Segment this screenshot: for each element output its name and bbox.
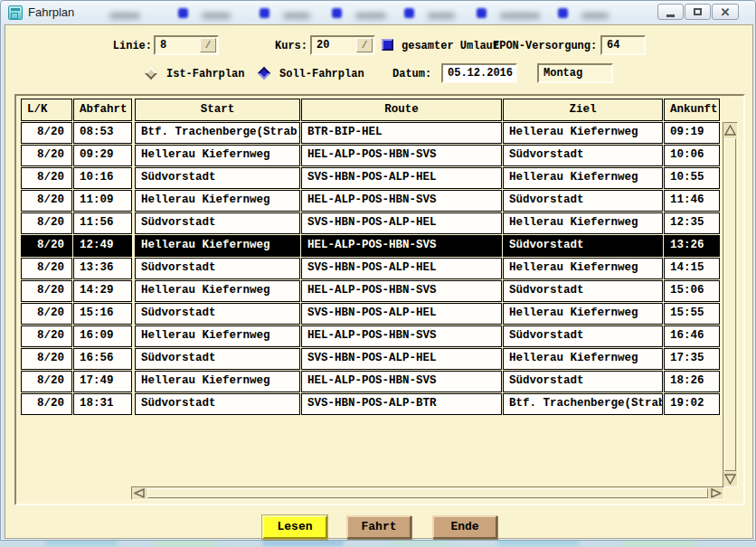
scroll-right-button[interactable] xyxy=(709,487,723,499)
table-cell[interactable]: 11:46 xyxy=(664,190,720,212)
table-cell[interactable]: Hellerau Kiefernweg xyxy=(503,212,663,234)
table-cell[interactable]: 11:09 xyxy=(73,190,132,212)
table-cell[interactable]: 10:16 xyxy=(73,167,132,189)
table-cell[interactable]: 16:56 xyxy=(73,348,132,370)
maximize-button[interactable] xyxy=(685,4,711,20)
table-cell[interactable]: Südvorstadt xyxy=(135,167,300,189)
table-cell[interactable]: 15:06 xyxy=(664,280,720,302)
table-cell[interactable]: 8/20 xyxy=(21,212,72,234)
table-cell[interactable]: SVS-HBN-POS-ALP-HEL xyxy=(301,348,502,370)
table-cell[interactable]: 14:15 xyxy=(664,258,720,279)
fahrt-button[interactable]: Fahrt xyxy=(346,515,411,539)
soll-fahrplan-radio[interactable] xyxy=(258,67,270,80)
table-cell[interactable]: Südvorstadt xyxy=(135,393,300,415)
table-cell[interactable]: 17:49 xyxy=(73,371,132,392)
table-cell[interactable]: 16:09 xyxy=(73,325,132,347)
table-row[interactable]: 8/2008:53Btf. Trachenberge(Strab)BTR-BIP… xyxy=(21,122,720,144)
table-cell[interactable]: 8/20 xyxy=(21,122,72,144)
table-cell[interactable]: Südvorstadt xyxy=(503,325,663,347)
table-row[interactable]: 8/2012:49Hellerau KiefernwegHEL-ALP-POS-… xyxy=(21,235,720,257)
table-cell[interactable]: Südvorstadt xyxy=(503,235,663,257)
table-cell[interactable]: 11:56 xyxy=(73,212,132,234)
table-row[interactable]: 8/2011:56SüdvorstadtSVS-HBN-POS-ALP-HELH… xyxy=(21,212,720,234)
kurs-spin-button[interactable]: / xyxy=(356,38,373,52)
table-row[interactable]: 8/2016:56SüdvorstadtSVS-HBN-POS-ALP-HELH… xyxy=(21,348,720,370)
table-cell[interactable]: 09:19 xyxy=(664,122,720,144)
table-row[interactable]: 8/2017:49Hellerau KiefernwegHEL-ALP-POS-… xyxy=(21,371,720,392)
horizontal-scrollbar[interactable] xyxy=(131,486,724,500)
table-cell[interactable]: Hellerau Kiefernweg xyxy=(503,122,663,144)
table-cell[interactable]: Südvorstadt xyxy=(135,348,300,370)
table-cell[interactable]: 8/20 xyxy=(21,348,72,370)
table-cell[interactable]: SVS-HBN-POS-ALP-HEL xyxy=(301,258,502,279)
ende-button[interactable]: Ende xyxy=(432,515,497,539)
close-button[interactable]: ✕ xyxy=(712,4,739,20)
table-cell[interactable]: 18:31 xyxy=(73,393,132,415)
minimize-button[interactable] xyxy=(657,4,684,20)
table-cell[interactable]: Südvorstadt xyxy=(503,371,663,392)
table-cell[interactable]: BTR-BIP-HEL xyxy=(301,122,502,144)
table-cell[interactable]: HEL-ALP-POS-HBN-SVS xyxy=(301,190,502,212)
table-cell[interactable]: 09:29 xyxy=(73,145,132,166)
table-cell[interactable]: Südvorstadt xyxy=(503,190,663,212)
table-cell[interactable]: 12:49 xyxy=(73,235,132,257)
scroll-left-button[interactable] xyxy=(132,487,146,499)
table-cell[interactable]: Südvorstadt xyxy=(503,145,663,166)
table-cell[interactable]: Hellerau Kiefernweg xyxy=(503,167,663,189)
scroll-up-button[interactable] xyxy=(723,123,737,137)
table-cell[interactable]: 8/20 xyxy=(21,145,72,166)
table-cell[interactable]: 12:35 xyxy=(664,212,720,234)
table-cell[interactable]: Südvorstadt xyxy=(135,212,300,234)
vertical-scrollbar[interactable] xyxy=(723,122,738,487)
table-cell[interactable]: 13:36 xyxy=(73,258,132,279)
table-cell[interactable]: SVS-HBN-POS-ALP-HEL xyxy=(301,212,502,234)
table-cell[interactable]: 8/20 xyxy=(21,190,72,212)
scroll-down-button[interactable] xyxy=(723,472,737,486)
table-cell[interactable]: 08:53 xyxy=(73,122,132,144)
linie-spin-button[interactable]: / xyxy=(200,38,216,52)
table-cell[interactable]: 8/20 xyxy=(21,235,72,257)
gesamter-umlauf-checkbox[interactable] xyxy=(382,39,393,51)
table-row[interactable]: 8/2015:16SüdvorstadtSVS-HBN-POS-ALP-HELH… xyxy=(21,303,720,325)
table-cell[interactable]: 8/20 xyxy=(21,371,72,392)
epon-field[interactable]: 64 xyxy=(600,35,646,55)
table-cell[interactable]: 8/20 xyxy=(21,258,72,279)
table-cell[interactable]: SVS-HBN-POS-ALP-HEL xyxy=(301,303,502,325)
table-row[interactable]: 8/2014:29Hellerau KiefernwegHEL-ALP-POS-… xyxy=(21,280,720,302)
table-cell[interactable]: Südvorstadt xyxy=(503,280,663,302)
kurs-field[interactable]: 20 / xyxy=(310,35,375,55)
table-cell[interactable]: HEL-ALP-POS-HBN-SVS xyxy=(301,280,502,302)
table-cell[interactable]: 19:02 xyxy=(664,393,720,415)
titlebar[interactable]: Fahrplan ✕ xyxy=(1,1,755,24)
table-cell[interactable]: Hellerau Kiefernweg xyxy=(135,235,300,257)
table-cell[interactable]: Hellerau Kiefernweg xyxy=(503,258,663,279)
table-cell[interactable]: 8/20 xyxy=(21,280,72,302)
table-cell[interactable]: 14:29 xyxy=(73,280,132,302)
ist-fahrplan-radio[interactable] xyxy=(145,67,157,80)
lesen-button[interactable]: Lesen xyxy=(262,515,327,539)
table-cell[interactable]: 13:26 xyxy=(664,235,720,257)
table-cell[interactable]: 17:35 xyxy=(664,348,720,370)
table-row[interactable]: 8/2013:36SüdvorstadtSVS-HBN-POS-ALP-HELH… xyxy=(21,258,720,279)
table-cell[interactable]: HEL-ALP-POS-HBN-SVS xyxy=(301,325,502,347)
table-cell[interactable]: Hellerau Kiefernweg xyxy=(135,190,300,212)
table-cell[interactable]: 15:16 xyxy=(73,303,132,325)
table-cell[interactable]: HEL-ALP-POS-HBN-SVS xyxy=(301,371,502,392)
table-row[interactable]: 8/2010:16SüdvorstadtSVS-HBN-POS-ALP-HELH… xyxy=(21,167,720,189)
table-cell[interactable]: 8/20 xyxy=(21,303,72,325)
table-cell[interactable]: Hellerau Kiefernweg xyxy=(503,303,663,325)
table-cell[interactable]: HEL-ALP-POS-HBN-SVS xyxy=(301,235,502,257)
table-cell[interactable]: 16:46 xyxy=(664,325,720,347)
table-row[interactable]: 8/2011:09Hellerau KiefernwegHEL-ALP-POS-… xyxy=(21,190,720,212)
linie-field[interactable]: 8 / xyxy=(154,35,219,55)
table-cell[interactable]: SVS-HBN-POS-ALP-BTR xyxy=(301,393,502,415)
table-cell[interactable]: Hellerau Kiefernweg xyxy=(135,280,300,302)
table-row[interactable]: 8/2016:09Hellerau KiefernwegHEL-ALP-POS-… xyxy=(21,325,720,347)
table-row[interactable]: 8/2018:31SüdvorstadtSVS-HBN-POS-ALP-BTRB… xyxy=(21,393,720,415)
table-cell[interactable]: Hellerau Kiefernweg xyxy=(503,348,663,370)
table-cell[interactable]: Hellerau Kiefernweg xyxy=(135,371,300,392)
table-cell[interactable]: Hellerau Kiefernweg xyxy=(135,145,300,166)
table-cell[interactable]: Südvorstadt xyxy=(135,258,300,279)
datum-field[interactable]: 05.12.2016 xyxy=(441,63,517,83)
table-cell[interactable]: 8/20 xyxy=(21,393,72,415)
